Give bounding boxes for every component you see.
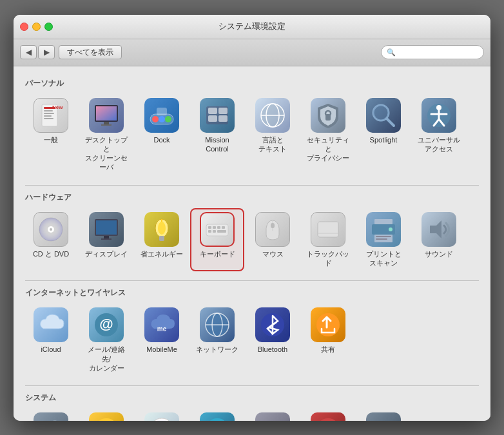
pref-item-share[interactable]: 共有 — [302, 305, 354, 375]
pref-label-share: 共有 — [321, 345, 335, 354]
pref-label-spotlight: Spotlight — [370, 135, 398, 144]
pref-item-display[interactable]: ディスプレイ — [81, 209, 132, 271]
pref-icon-softupdate — [200, 412, 235, 420]
svg-rect-21 — [218, 115, 228, 122]
pref-item-security[interactable]: セキュリティとプライバシー — [302, 95, 354, 175]
pref-icon-trackpad — [311, 212, 345, 247]
pref-icon-speech — [255, 412, 290, 420]
pref-label-gengo: 言語とテキスト — [258, 135, 287, 154]
pref-icon-gengo — [255, 98, 290, 133]
divider-hardware — [25, 185, 479, 186]
window-title: システム環境設定 — [218, 21, 286, 32]
internet-grid: iCloud @ メール/連絡先/カレンダー me — [25, 305, 479, 375]
svg-rect-4 — [44, 115, 52, 117]
pref-item-parental[interactable]: ペアレンタルコントロール — [81, 410, 132, 420]
pref-label-desktop: デスクトップとスクリーンセーバ — [83, 135, 130, 172]
pref-item-universal[interactable]: ユニバーサルアクセス — [413, 95, 465, 175]
minimize-button[interactable] — [32, 23, 41, 31]
divider-system — [25, 385, 479, 386]
pref-item-network[interactable]: ネットワーク — [191, 305, 243, 375]
pref-item-keyboard[interactable]: キーボード — [191, 209, 243, 271]
pref-icon-icloud — [34, 307, 68, 342]
pref-item-cddvd[interactable]: CD と DVD — [25, 209, 77, 271]
svg-rect-56 — [217, 230, 226, 233]
pref-item-timemachine[interactable]: Time Machine — [302, 410, 354, 420]
pref-item-softupdate[interactable]: ソフトウェアアップデート — [191, 410, 243, 420]
forward-button[interactable]: ▶ — [38, 45, 55, 59]
search-input[interactable] — [398, 48, 478, 57]
pref-item-mail[interactable]: @ メール/連絡先/カレンダー — [81, 305, 132, 375]
svg-point-95 — [316, 418, 340, 420]
pref-label-energy: 省エネルギー — [141, 249, 183, 258]
pref-item-mission[interactable]: MissionControl — [191, 95, 243, 175]
pref-item-users[interactable]: ユーザとグループ — [25, 410, 77, 420]
pref-label-mobileme: MobileMe — [146, 345, 177, 354]
svg-rect-50 — [208, 226, 211, 229]
svg-rect-58 — [271, 223, 275, 228]
pref-icon-desktop — [89, 98, 124, 133]
system-preferences-window: システム環境設定 ◀ ▶ すべてを表示 🔍 パーソナル — [14, 15, 490, 421]
pref-icon-dock — [144, 98, 179, 133]
section-label-internet: インターネットとワイヤレス — [25, 287, 479, 298]
svg-rect-9 — [96, 106, 117, 121]
svg-rect-2 — [44, 110, 53, 111]
back-button[interactable]: ◀ — [20, 45, 37, 59]
svg-text:@: @ — [99, 316, 113, 332]
maximize-button[interactable] — [44, 23, 53, 31]
pref-item-desktop[interactable]: デスクトップとスクリーンセーバ — [81, 95, 132, 175]
svg-point-13 — [152, 116, 159, 122]
pref-label-print: プリントとスキャン — [366, 249, 402, 268]
pref-icon-energy — [144, 212, 179, 247]
pref-icon-sound — [422, 212, 456, 247]
svg-rect-10 — [104, 122, 109, 124]
pref-item-bluetooth[interactable]: Bluetooth — [247, 305, 298, 375]
svg-point-90 — [206, 418, 229, 420]
pref-icon-security — [311, 98, 345, 133]
pref-icon-mobileme: me — [144, 307, 179, 342]
svg-rect-55 — [213, 230, 216, 233]
pref-label-keyboard: キーボード — [200, 249, 235, 258]
svg-text:me: me — [157, 325, 167, 333]
pref-label-mail: メール/連絡先/カレンダー — [83, 345, 130, 372]
svg-rect-42 — [96, 220, 117, 235]
pref-label-display: ディスプレイ — [85, 249, 128, 258]
svg-rect-19 — [218, 108, 228, 114]
svg-rect-11 — [101, 124, 111, 126]
pref-item-icloud[interactable]: iCloud — [25, 305, 77, 375]
pref-item-spotlight[interactable]: Spotlight — [358, 95, 409, 175]
pref-label-dock: Dock — [153, 135, 170, 144]
pref-item-mouse[interactable]: マウス — [247, 209, 298, 271]
pref-item-gengo[interactable]: 言語とテキスト — [247, 95, 298, 175]
svg-rect-61 — [374, 219, 393, 224]
pref-label-trackpad: トラックパッド — [305, 249, 351, 268]
pref-label-ippan: 一般 — [44, 135, 58, 144]
search-box[interactable]: 🔍 — [381, 45, 484, 59]
pref-item-energy[interactable]: 省エネルギー — [136, 209, 188, 271]
pref-item-speech[interactable]: スピーチ — [247, 410, 298, 420]
pref-item-print[interactable]: プリントとスキャン — [358, 209, 409, 271]
svg-rect-5 — [44, 118, 53, 119]
hardware-grid: CD と DVD ディスプレイ — [25, 209, 479, 271]
svg-rect-59 — [318, 222, 338, 237]
svg-rect-3 — [44, 113, 54, 114]
pref-item-dock[interactable]: Dock — [136, 95, 188, 175]
close-button[interactable] — [20, 23, 28, 31]
section-label-hardware: ハードウェア — [25, 192, 479, 203]
pref-icon-display — [89, 212, 124, 247]
svg-marker-67 — [430, 220, 441, 238]
nav-buttons: ◀ ▶ — [20, 45, 55, 59]
svg-rect-54 — [208, 230, 211, 233]
svg-rect-66 — [376, 238, 387, 240]
pref-item-trackpad[interactable]: トラックパッド — [302, 209, 354, 271]
pref-item-datetime[interactable]: 18 日付と時刻 — [136, 410, 188, 420]
show-all-button[interactable]: すべてを表示 — [59, 45, 122, 59]
pref-label-bluetooth: Bluetooth — [258, 345, 287, 354]
divider-internet — [25, 280, 479, 281]
pref-item-sound[interactable]: サウンド — [413, 209, 465, 271]
pref-item-mobileme[interactable]: me MobileMe — [136, 305, 188, 375]
pref-icon-parental — [89, 412, 124, 420]
pref-icon-bluetooth — [255, 307, 290, 342]
pref-item-ippan[interactable]: New 一般 — [25, 95, 77, 175]
pref-icon-startup — [366, 412, 401, 420]
pref-item-startup[interactable]: 起動ディスク — [358, 410, 409, 420]
